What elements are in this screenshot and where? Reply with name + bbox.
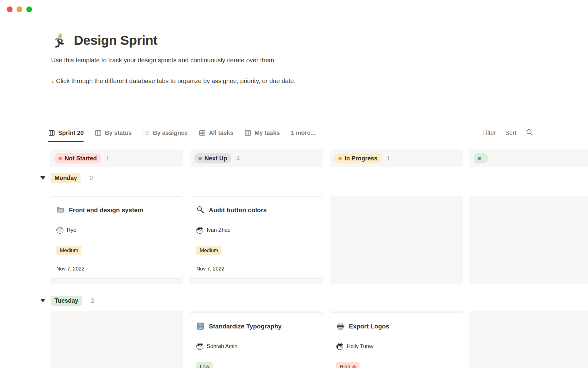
tab-label: 1 more... — [291, 129, 315, 136]
priority-pill: Medium — [196, 246, 221, 255]
notion-window: Design Sprint Use this template to track… — [0, 0, 588, 368]
column-header-next-up: Next Up 4 — [190, 149, 323, 167]
status-dot — [198, 157, 202, 160]
status-dot — [58, 157, 62, 160]
window-controls — [7, 6, 32, 12]
due-date: Nov 7, 2022 — [56, 266, 85, 272]
view-tabs: Sprint 20 By status — [48, 125, 315, 141]
abcd-icon: AB CD — [196, 322, 205, 330]
close-button[interactable] — [7, 6, 13, 12]
group-header-tuesday: Tuesday 2 — [40, 295, 94, 306]
printer-icon — [336, 322, 345, 330]
magnifier-icon — [196, 206, 205, 214]
assignee-name: Ryo — [67, 227, 76, 233]
assignee-name: Holly Turay — [347, 343, 374, 350]
task-card-audit-button-colors[interactable]: Audit button colors Ivan Zhao Medium No — [190, 196, 323, 278]
column-count: 4 — [236, 155, 240, 162]
column-header-not-started: Not Started 1 — [50, 149, 183, 167]
priority-label: High — [340, 364, 350, 368]
tab-all-tasks[interactable]: All tasks — [199, 125, 233, 141]
svg-text:AB: AB — [198, 324, 202, 327]
column-header-complete — [469, 149, 588, 167]
priority-pill: Medium — [56, 246, 81, 255]
status-label: Next Up — [205, 155, 227, 162]
collapse-triangle-icon[interactable] — [40, 176, 46, 180]
group-header-monday: Monday 2 — [40, 173, 93, 183]
board-view-icon — [95, 129, 102, 136]
view-controls: Filter Sort — [482, 128, 533, 138]
column-area-in-progress — [330, 196, 463, 284]
tab-label: My tasks — [254, 129, 280, 136]
column-area-complete — [469, 311, 588, 368]
page-hint: ↓ Click through the different database t… — [51, 77, 480, 85]
status-label: Not Started — [65, 155, 97, 162]
task-card-front-end-design-system[interactable]: Front end design system Ryo Medi — [50, 196, 183, 278]
avatar-sohrab-amin — [196, 343, 203, 350]
tab-my-tasks[interactable]: My tasks — [244, 125, 280, 141]
card-title: Export Logos — [349, 323, 389, 330]
status-pill-in-progress[interactable]: In Progress — [334, 153, 382, 163]
tab-by-status[interactable]: By status — [95, 125, 132, 141]
status-pill-not-started[interactable]: Not Started — [54, 153, 101, 163]
tab-label: By status — [105, 129, 132, 136]
tab-label: Sprint 20 — [58, 129, 84, 136]
status-dot — [338, 157, 342, 160]
priority-pill-high: High — [336, 362, 360, 368]
flame-icon — [352, 364, 356, 368]
status-pill-complete[interactable] — [473, 153, 488, 163]
runner-emoji — [51, 33, 66, 48]
column-area-complete — [469, 196, 588, 284]
group-pill-monday[interactable]: Monday — [51, 173, 81, 183]
avatar-ivan-zhao — [196, 227, 203, 234]
search-icon[interactable] — [526, 128, 533, 138]
database-tabbar: Sprint 20 By status — [48, 125, 533, 141]
column-count: 1 — [386, 155, 390, 162]
collapse-triangle-icon[interactable] — [40, 299, 46, 302]
group-pill-tuesday[interactable]: Tuesday — [51, 296, 82, 306]
avatar-ryo — [56, 227, 63, 234]
tab-sprint-20[interactable]: Sprint 20 — [48, 125, 84, 141]
column-header-in-progress: In Progress 1 — [330, 149, 463, 167]
tab-label: All tasks — [209, 129, 233, 136]
due-date: Nov 7, 2022 — [196, 266, 224, 272]
card-title: Audit button colors — [209, 206, 267, 214]
page-title: Design Sprint — [74, 33, 157, 48]
avatar-holly-turay — [336, 343, 343, 350]
column-count: 1 — [106, 155, 109, 162]
task-card-standardize-typography[interactable]: AB CD Standardize Typography — [190, 312, 323, 368]
status-dot — [478, 157, 481, 160]
card-title: Front end design system — [69, 206, 143, 214]
column-area-not-started — [50, 311, 183, 368]
board-view-icon — [48, 129, 55, 136]
list-view-icon — [143, 129, 150, 136]
svg-text:CD: CD — [198, 326, 202, 329]
zoom-button[interactable] — [26, 6, 32, 12]
tab-by-assignee[interactable]: By assignee — [143, 125, 188, 141]
filter-button[interactable]: Filter — [482, 129, 496, 136]
group-count: 2 — [91, 297, 94, 304]
minimize-button[interactable] — [17, 6, 22, 12]
status-label: In Progress — [345, 155, 377, 162]
tab-more-views[interactable]: 1 more... — [291, 125, 315, 141]
page-header: Design Sprint Use this template to track… — [51, 33, 480, 85]
tab-label: By assignee — [153, 129, 188, 136]
status-pill-next-up[interactable]: Next Up — [194, 153, 232, 163]
task-card-export-logos[interactable]: Export Logos Holly Turay High — [330, 312, 463, 368]
assignee-name: Sohrab Amin — [207, 343, 237, 350]
table-view-icon — [199, 129, 206, 136]
board-view-icon — [244, 129, 251, 136]
priority-pill: Low — [196, 362, 213, 368]
group-count: 2 — [90, 174, 93, 182]
sort-button[interactable]: Sort — [505, 129, 516, 136]
page-description: Use this template to track your design s… — [51, 56, 480, 64]
folder-icon — [56, 206, 65, 214]
assignee-name: Ivan Zhao — [207, 227, 231, 233]
card-title: Standardize Typography — [209, 323, 282, 330]
